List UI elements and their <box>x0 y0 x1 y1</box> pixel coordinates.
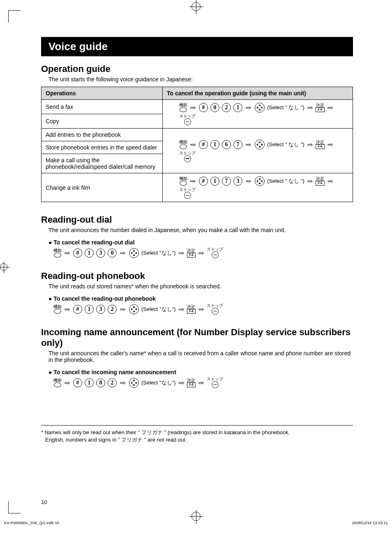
kettei-key: 決定F4 <box>187 378 196 387</box>
key-hash: # <box>73 249 82 258</box>
op-ink-film: Change a ink film <box>42 173 163 202</box>
heading-dial: Reading-out dial <box>41 214 353 225</box>
arrow-icon: ➡ <box>327 140 333 149</box>
key-digit: 2 <box>108 378 117 387</box>
op-make-call: Make a call using the phonebook/redial/s… <box>42 154 163 173</box>
key-hash: # <box>199 177 208 186</box>
kettei-key: 決定F4 <box>187 305 196 314</box>
kinou-icon: 機能 <box>179 177 187 186</box>
kinou-icon: 機能 <box>53 305 62 314</box>
nav-icon <box>129 304 139 314</box>
key-hash: # <box>73 378 82 387</box>
page-number: 10 <box>41 499 47 505</box>
cancel-seq-167: 機能 ➡ # 1 6 7 ➡ (Select " なし ") ➡ 決定F4 ➡ … <box>163 129 353 173</box>
key-digit: 1 <box>85 378 94 387</box>
kinou-icon: 機能 <box>53 378 62 387</box>
cancel-seq-173: 機能 ➡ # 1 7 3 ➡ (Select " なし ") ➡ 決定F4 ➡ … <box>163 173 353 202</box>
th-operations: Operations <box>42 87 163 100</box>
key-digit: 1 <box>85 249 94 258</box>
arrow-icon: ➡ <box>178 305 184 314</box>
stop-key: ストップ <box>179 188 196 199</box>
key-hash: # <box>73 305 82 314</box>
arrow-icon: ➡ <box>307 140 313 149</box>
stop-key: ストップ <box>179 151 196 162</box>
bullet-phonebook: To cancel the reading-out phonebook <box>48 295 353 302</box>
key-digit: 1 <box>210 177 219 186</box>
op-speed-dialer: Store phonebook entries in the speed dia… <box>42 141 163 154</box>
arrow-icon: ➡ <box>198 305 204 314</box>
arrow-icon: ➡ <box>245 140 251 149</box>
arrow-icon: ➡ <box>190 177 196 186</box>
arrow-icon: ➡ <box>198 249 204 258</box>
key-digit: 0 <box>210 103 219 112</box>
op-add-phonebook: Add entries to the phonebook <box>42 129 163 141</box>
kettei-key: 決定F4 <box>187 249 196 258</box>
key-digit: 3 <box>233 177 242 186</box>
arrow-icon: ➡ <box>245 103 251 112</box>
arrow-icon: ➡ <box>307 103 313 112</box>
kettei-key: 決定F4 <box>316 177 325 186</box>
footer-right: 2008/12/18 13:23:11 <box>352 520 388 525</box>
arrow-icon: ➡ <box>190 103 196 112</box>
select-text: (Select "なし") <box>141 379 176 387</box>
key-hash: # <box>199 140 208 149</box>
key-digit: 0 <box>108 249 117 258</box>
key-digit: 2 <box>222 103 231 112</box>
op-send-fax: Send a fax <box>42 100 163 114</box>
key-digit: 1 <box>85 305 94 314</box>
arrow-icon: ➡ <box>120 305 126 314</box>
arrow-icon: ➡ <box>120 249 126 258</box>
footer-left: KX-PW608DL_DW_QG.indb 10 <box>4 520 59 525</box>
arrow-icon: ➡ <box>198 378 204 387</box>
kinou-icon: 機能 <box>179 140 187 149</box>
select-text: (Select "なし") <box>141 306 176 313</box>
select-text: (Select " なし ") <box>267 177 304 185</box>
arrow-icon: ➡ <box>178 378 184 387</box>
arrow-icon: ➡ <box>245 177 251 186</box>
nav-icon <box>129 378 139 388</box>
select-text: (Select "なし") <box>141 249 176 257</box>
kinou-icon: 機能 <box>53 249 62 258</box>
footnote-line2: English, numbers and signs in " フリガナ " a… <box>41 436 353 444</box>
key-digit: 3 <box>96 305 105 314</box>
key-hash: # <box>199 103 208 112</box>
key-digit: 7 <box>233 140 242 149</box>
arrow-icon: ➡ <box>120 378 126 387</box>
heading-phonebook: Reading-out phonebook <box>41 271 353 281</box>
stop-key: ストップ <box>207 247 223 258</box>
arrow-icon: ➡ <box>327 177 333 186</box>
key-digit: 3 <box>96 249 105 258</box>
nav-icon <box>255 140 265 150</box>
arrow-icon: ➡ <box>64 249 70 258</box>
intro-phonebook: The unit reads out stored names* when th… <box>48 283 353 290</box>
arrow-icon: ➡ <box>307 177 313 186</box>
intro-dial: The unit announces the number dialed in … <box>48 227 353 233</box>
arrow-icon: ➡ <box>64 378 70 387</box>
kinou-icon: 機能 <box>179 103 187 112</box>
intro-operation-guide: The unit starts the following voice guid… <box>48 76 353 83</box>
nav-icon <box>255 176 265 186</box>
select-text: (Select " なし ") <box>267 104 304 111</box>
arrow-icon: ➡ <box>327 103 333 112</box>
title-bar: Voice guide <box>41 37 353 56</box>
arrow-icon: ➡ <box>178 249 184 258</box>
bullet-dial: To cancel the reading-out dial <box>48 239 353 246</box>
heading-incoming: Incoming name announcement (for Number D… <box>41 327 353 348</box>
heading-operation-guide: Operation guide <box>41 64 353 74</box>
stop-key: ストップ <box>207 377 223 388</box>
th-cancel: To cancel the operation guide (using the… <box>163 87 353 100</box>
operations-table: Operations To cancel the operation guide… <box>41 87 353 202</box>
key-digit: 1 <box>233 103 242 112</box>
stop-key: ストップ <box>207 304 223 315</box>
op-copy: Copy <box>42 114 163 129</box>
key-digit: 6 <box>222 140 231 149</box>
kettei-key: 決定F4 <box>316 103 325 112</box>
key-digit: 8 <box>96 378 105 387</box>
key-digit: 1 <box>210 140 219 149</box>
nav-icon <box>255 103 265 113</box>
nav-icon <box>129 248 139 258</box>
arrow-icon: ➡ <box>190 140 196 149</box>
kettei-key: 決定F4 <box>316 140 325 149</box>
key-digit: 2 <box>108 305 117 314</box>
cancel-seq-021: 機能 ➡ # 0 2 1 ➡ (Select " なし ") ➡ 決定F4 ➡ … <box>163 100 353 129</box>
